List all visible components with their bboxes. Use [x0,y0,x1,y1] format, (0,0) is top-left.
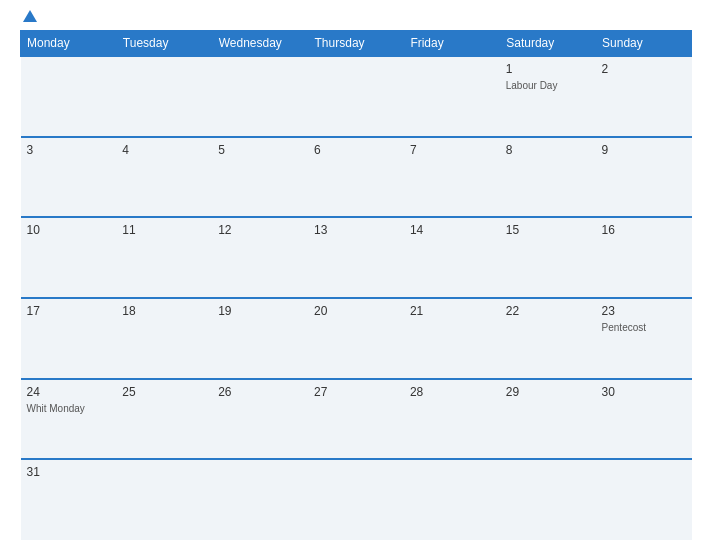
calendar-cell: 6 [308,137,404,218]
calendar-cell: 3 [21,137,117,218]
calendar-week-5: 24Whit Monday252627282930 [21,379,692,460]
day-number: 9 [602,143,686,157]
calendar-cell: 26 [212,379,308,460]
calendar-body: 1Labour Day23456789101112131415161718192… [21,56,692,540]
calendar-week-1: 1Labour Day2 [21,56,692,137]
day-number: 19 [218,304,302,318]
day-number: 25 [122,385,206,399]
day-number: 18 [122,304,206,318]
calendar-cell: 15 [500,217,596,298]
calendar-cell: 1Labour Day [500,56,596,137]
calendar-week-4: 17181920212223Pentecost [21,298,692,379]
day-header-thursday: Thursday [308,31,404,57]
calendar-cell: 19 [212,298,308,379]
calendar-cell [116,56,212,137]
day-number: 5 [218,143,302,157]
calendar-cell: 18 [116,298,212,379]
holiday-label: Pentecost [602,322,646,333]
day-number: 14 [410,223,494,237]
calendar-cell: 28 [404,379,500,460]
day-number: 28 [410,385,494,399]
day-number: 24 [27,385,111,399]
calendar-cell [116,459,212,540]
day-number: 8 [506,143,590,157]
day-header-saturday: Saturday [500,31,596,57]
calendar-cell: 17 [21,298,117,379]
day-number: 30 [602,385,686,399]
holiday-label: Whit Monday [27,403,85,414]
day-number: 12 [218,223,302,237]
calendar-cell: 29 [500,379,596,460]
day-number: 20 [314,304,398,318]
calendar-cell [212,459,308,540]
day-header-tuesday: Tuesday [116,31,212,57]
calendar-cell [404,56,500,137]
calendar-cell: 11 [116,217,212,298]
day-number: 13 [314,223,398,237]
day-header-wednesday: Wednesday [212,31,308,57]
day-number: 16 [602,223,686,237]
day-header-friday: Friday [404,31,500,57]
calendar-cell: 21 [404,298,500,379]
day-number: 22 [506,304,590,318]
calendar-cell [212,56,308,137]
calendar-header [20,10,692,22]
calendar-cell [21,56,117,137]
day-header-sunday: Sunday [596,31,692,57]
calendar-cell: 2 [596,56,692,137]
day-number: 31 [27,465,111,479]
day-number: 11 [122,223,206,237]
day-number: 27 [314,385,398,399]
calendar-cell [308,459,404,540]
day-number: 4 [122,143,206,157]
calendar-cell: 22 [500,298,596,379]
day-number: 15 [506,223,590,237]
calendar-table: MondayTuesdayWednesdayThursdayFridaySatu… [20,30,692,540]
calendar-week-2: 3456789 [21,137,692,218]
logo-blue-text [20,10,37,22]
calendar-cell: 25 [116,379,212,460]
calendar-header-row: MondayTuesdayWednesdayThursdayFridaySatu… [21,31,692,57]
calendar-cell: 4 [116,137,212,218]
calendar-cell: 13 [308,217,404,298]
day-number: 17 [27,304,111,318]
holiday-label: Labour Day [506,80,558,91]
calendar-cell: 14 [404,217,500,298]
day-number: 29 [506,385,590,399]
calendar-cell: 9 [596,137,692,218]
calendar-week-6: 31 [21,459,692,540]
calendar-cell: 16 [596,217,692,298]
logo-triangle-icon [23,10,37,22]
calendar-cell: 23Pentecost [596,298,692,379]
day-number: 2 [602,62,686,76]
calendar-cell: 27 [308,379,404,460]
calendar-cell [404,459,500,540]
day-number: 23 [602,304,686,318]
calendar-cell: 31 [21,459,117,540]
calendar-cell [500,459,596,540]
day-header-monday: Monday [21,31,117,57]
day-number: 6 [314,143,398,157]
day-number: 1 [506,62,590,76]
calendar-cell: 5 [212,137,308,218]
calendar-cell [596,459,692,540]
day-number: 21 [410,304,494,318]
day-number: 7 [410,143,494,157]
day-number: 10 [27,223,111,237]
calendar-cell: 20 [308,298,404,379]
calendar-cell [308,56,404,137]
calendar-cell: 8 [500,137,596,218]
calendar-cell: 24Whit Monday [21,379,117,460]
calendar-week-3: 10111213141516 [21,217,692,298]
day-number: 26 [218,385,302,399]
calendar-cell: 12 [212,217,308,298]
calendar-cell: 10 [21,217,117,298]
calendar-cell: 7 [404,137,500,218]
day-number: 3 [27,143,111,157]
calendar-cell: 30 [596,379,692,460]
logo [20,10,37,22]
